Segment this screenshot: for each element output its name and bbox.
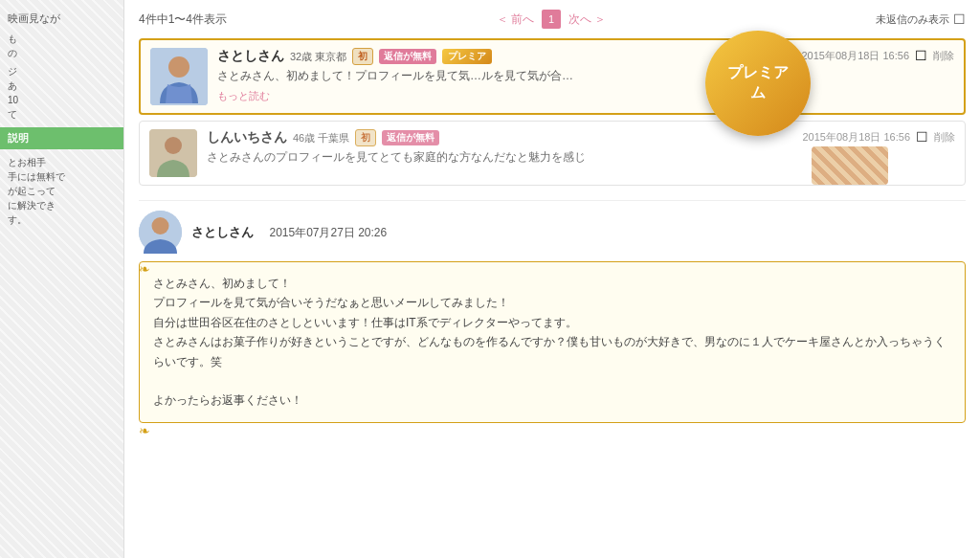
unreplied-filter: 未返信のみ表示 ☐: [876, 11, 966, 27]
pagination-count: 4件中1〜4件表示: [139, 11, 227, 28]
message-card-2: しんいちさん 46歳 千葉県 初 返信が無料 さとみさんのプロフィールを見てとて…: [139, 121, 966, 186]
sidebar-match-items: とお相手手には無料でが起こってに解決できす。: [0, 153, 123, 229]
read-more-1[interactable]: もっと読む: [217, 90, 270, 101]
thread-body: さとみさん、初めまして！ プロフィールを見て気が合いそうだなぁと思いメールしてみ…: [139, 261, 966, 423]
sidebar: 映画見なが もの ジあ10て 説明 とお相手手には無料でが起こってに解決できす。: [0, 0, 124, 558]
pagination-bar: 4件中1〜4件表示 ＜ 前へ 1 次へ ＞ 未返信のみ表示 ☐: [139, 10, 966, 29]
avatar-1: [150, 48, 208, 105]
message-header-2: しんいちさん 46歳 千葉県 初 返信が無料: [207, 129, 792, 146]
badge-first-1: 初: [352, 48, 373, 65]
delete-btn-2[interactable]: 削除: [934, 130, 955, 145]
unreplied-checkbox[interactable]: ☐: [953, 11, 966, 27]
top-right-controls-2: 2015年08月18日 16:56 ☐ 削除: [802, 129, 955, 145]
message-thread: さとしさん 2015年07月27日 20:26 さとみさん、初めまして！ プロフ…: [139, 200, 966, 423]
thread-sender-info: さとしさん 2015年07月27日 20:26: [191, 223, 387, 241]
sidebar-explanation-label: 説明: [0, 127, 123, 149]
message-preview-2: さとみさんのプロフィールを見てとても家庭的な方なんだなと魅力を感じ: [207, 149, 792, 166]
sender-name-1: さとしさん: [217, 48, 284, 65]
sender-name-2: しんいちさん: [207, 129, 287, 146]
thread-sender-name: さとしさん: [191, 225, 254, 239]
checkbox-1[interactable]: ☐: [915, 48, 927, 63]
message-header-1: さとしさん 32歳 東京都 初 返信が無料 プレミア: [217, 48, 791, 65]
checkbox-2[interactable]: ☐: [916, 129, 928, 145]
badge-free-1: 返信が無料: [379, 49, 436, 64]
badge-premium-1: プレミア: [442, 49, 492, 64]
food-photo: [812, 146, 888, 185]
pagination-current-page[interactable]: 1: [542, 10, 561, 29]
message-info-2: しんいちさん 46歳 千葉県 初 返信が無料 さとみさんのプロフィールを見てとて…: [207, 129, 792, 167]
badge-first-2: 初: [355, 129, 376, 146]
svg-point-3: [165, 137, 182, 154]
sidebar-movie-label: 映画見なが: [0, 8, 123, 30]
unreplied-label: 未返信のみ表示: [876, 12, 949, 27]
svg-point-1: [168, 56, 189, 78]
thread-body-wrapper: さとみさん、初めまして！ プロフィールを見て気が合いそうだなぁと思いメールしてみ…: [139, 261, 966, 423]
sidebar-text-1: もの: [0, 30, 123, 62]
message-card-1: さとしさん 32歳 東京都 初 返信が無料 プレミア さとみさん、初めまして！プ…: [139, 38, 966, 115]
thread-avatar: [139, 211, 182, 254]
svg-point-5: [152, 217, 169, 234]
timestamp-2: 2015年08月18日 16:56: [802, 130, 910, 145]
premium-popup-label: プレミアム: [724, 63, 791, 103]
avatar-2: [149, 129, 197, 177]
premium-popup[interactable]: プレミアム: [705, 31, 811, 136]
top-right-controls-1: 2015年08月18日 16:56 ☐ 削除: [801, 48, 954, 63]
thread-timestamp: 2015年07月27日 20:26: [257, 226, 387, 239]
sender-age-1: 32歳 東京都: [290, 50, 346, 64]
badge-free-2: 返信が無料: [382, 130, 439, 145]
thread-header: さとしさん 2015年07月27日 20:26: [139, 211, 966, 254]
delete-btn-1[interactable]: 削除: [933, 49, 954, 63]
message-list: さとしさん 32歳 東京都 初 返信が無料 プレミア さとみさん、初めまして！プ…: [139, 38, 966, 186]
pagination-controls: ＜ 前へ 1 次へ ＞: [497, 10, 607, 29]
next-link[interactable]: 次へ ＞: [568, 11, 606, 28]
timestamp-1: 2015年08月18日 16:56: [801, 49, 909, 63]
prev-link[interactable]: ＜ 前へ: [497, 11, 534, 28]
main-content: 4件中1〜4件表示 ＜ 前へ 1 次へ ＞ 未返信のみ表示 ☐: [124, 0, 980, 558]
sidebar-text-2: ジあ10て: [0, 62, 123, 123]
sender-age-2: 46歳 千葉県: [293, 131, 349, 145]
